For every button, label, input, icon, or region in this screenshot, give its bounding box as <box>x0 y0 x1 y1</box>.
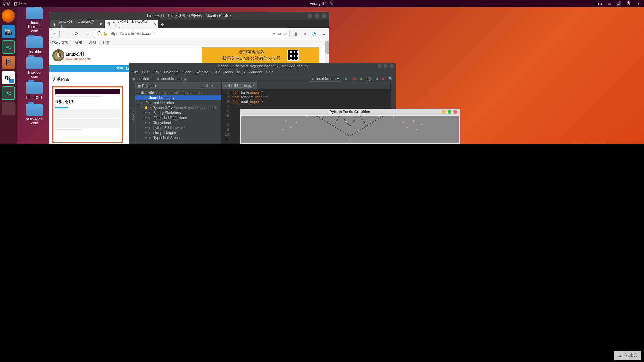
desktop-folder[interactable]: Linux公社 <box>23 82 46 100</box>
turtle-titlebar[interactable]: Python Turtle Graphics <box>240 109 460 115</box>
launcher-screenshot[interactable]: 📷 <box>2 25 15 38</box>
minimize-button[interactable] <box>378 64 382 68</box>
desktop-folder[interactable]: linux. linuxidc. com <box>23 7 46 33</box>
site-logo[interactable]: Linux公社 www.Linuxidc.com <box>52 49 91 61</box>
reader-icon[interactable]: ▭ <box>277 31 281 36</box>
headline-thumb[interactable]: 世界，您好! <box>52 86 123 143</box>
launcher-files[interactable]: 🗄 <box>2 56 15 69</box>
account-icon[interactable]: ◔ <box>311 31 318 36</box>
firefox-title-text: Linux公社 - Linux系统门户网站 - Mozilla Firefox <box>147 13 231 19</box>
network-icon[interactable]: ▭ <box>607 1 612 6</box>
menu-help[interactable]: Help <box>266 70 273 74</box>
debug-button[interactable]: 🐞 <box>352 77 356 81</box>
clock[interactable]: Friday 07：15 <box>309 1 334 7</box>
menu-button[interactable]: ≡ <box>320 31 327 36</box>
desktop-folder[interactable]: linuxidc <box>23 36 46 54</box>
tree-node[interactable]: ▶⫿site-packages <box>135 130 221 135</box>
info-icon[interactable]: ⓘ <box>97 31 101 36</box>
home-button[interactable]: ⌂ <box>83 29 92 38</box>
reload-button[interactable]: ⟳ <box>72 29 81 38</box>
run-config-selector[interactable]: ◆linuxidc.com ▾ <box>309 76 341 82</box>
page-actions-icon[interactable]: ⋯ <box>271 31 275 36</box>
tree-node-python[interactable]: ▼⬢< Python 3.7 > /home/linuxidc/anaconda… <box>135 105 221 110</box>
wechat-banner[interactable]: 发现更多精彩 扫码关注Linux公社微信公众号 <box>202 47 319 63</box>
desktop-folder[interactable]: linuxidc. com <box>23 57 46 78</box>
editor-tab[interactable]: ◆linuxidc.com.py × <box>222 82 257 89</box>
pycharm-titlebar[interactable]: untitled [~/PycharmProjects/untitled] - … <box>129 63 396 69</box>
tree-node-ext[interactable]: ▼⫿External Libraries <box>135 100 221 105</box>
menu-edit[interactable]: Edit <box>142 70 148 74</box>
tree-node[interactable]: ▶⫿lib-dynload <box>135 120 221 125</box>
firefox-titlebar[interactable]: Linux公社 - Linux系统门户网站 - Mozilla Firefox <box>49 12 329 20</box>
tree-node-root[interactable]: ▼▣untitled ~/PycharmProjects/untitled <box>135 90 221 95</box>
scrollbar-thumb[interactable] <box>325 41 329 54</box>
menu-file[interactable]: File <box>132 70 138 74</box>
activities-button[interactable]: 活动 <box>3 1 11 7</box>
menu-navigate[interactable]: Navigate <box>164 70 178 74</box>
maximize-button[interactable] <box>384 64 388 68</box>
minimize-button[interactable] <box>442 110 446 114</box>
menu-tools[interactable]: Tools <box>224 70 233 74</box>
hide-icon[interactable]: — <box>216 84 219 88</box>
project-label[interactable]: Project <box>142 84 153 88</box>
maximize-button[interactable] <box>448 110 451 114</box>
crumb-file[interactable]: linuxidc.com.py <box>161 77 186 81</box>
menu-refactor[interactable]: Refactor <box>196 70 210 74</box>
close-button[interactable] <box>390 64 394 68</box>
run-button[interactable]: ▶ <box>344 77 349 81</box>
tab-close-icon[interactable]: × <box>253 84 255 88</box>
tree-node[interactable]: ▶⫿python3.7 library root <box>135 125 221 130</box>
close-button[interactable] <box>453 110 457 114</box>
register-link[interactable]: 注册 <box>89 40 96 45</box>
browser-tab-active[interactable]: 🐧 Linux公社 - Linux系统门…× <box>105 20 158 28</box>
new-tab-button[interactable]: + <box>159 22 166 28</box>
tab-close-icon[interactable]: × <box>154 22 156 26</box>
back-button[interactable]: ← <box>51 29 60 38</box>
url-bar[interactable]: ⓘ 🔒 https://www.linuxidc.com ⋯ ▭ ☆ <box>94 29 290 38</box>
menu-run[interactable]: Run <box>214 70 220 74</box>
tree-node[interactable]: ▶⫿Binary Skeletons <box>135 110 221 115</box>
stop-button[interactable]: ■ <box>381 77 386 81</box>
search-link[interactable]: 搜索 <box>103 40 110 45</box>
menu-window[interactable]: Window <box>249 70 262 74</box>
run-coverage-button[interactable]: ▶ <box>359 77 364 81</box>
search-icon[interactable]: 🔍 <box>388 77 393 81</box>
bookmark-star-icon[interactable]: ☆ <box>283 31 287 36</box>
crumb-project[interactable]: untitled <box>137 77 149 81</box>
pycharm-title-text: untitled [~/PycharmProjects/untitled] - … <box>217 64 308 68</box>
collapse-icon[interactable]: ⇵ <box>205 84 208 88</box>
app-menu[interactable]: ◧ Tk ▾ <box>13 1 26 6</box>
volume-icon[interactable]: 🔊 <box>616 1 621 6</box>
minimize-button[interactable] <box>307 13 312 18</box>
tree-node[interactable]: ▶⫿Typeshed Stubs <box>135 135 221 140</box>
power-icon[interactable]: ⏻ <box>626 1 631 6</box>
launcher-software[interactable]: 🛍 <box>2 71 15 84</box>
launcher-pycharm-2[interactable]: PC <box>2 86 15 100</box>
attach-button[interactable]: ⇥ <box>374 77 378 81</box>
gear-icon[interactable]: ⚙ <box>210 84 214 88</box>
tree-node[interactable]: ▶⫿Extended Definitions <box>135 115 221 120</box>
nav-home[interactable]: 首页 <box>116 66 123 71</box>
maximize-button[interactable] <box>315 13 319 18</box>
tab-close-icon[interactable]: × <box>100 22 102 26</box>
library-icon[interactable]: ⫼ <box>292 31 299 36</box>
profile-button[interactable]: ◯ <box>366 77 371 81</box>
forward-button[interactable]: → <box>62 29 70 38</box>
close-button[interactable] <box>322 13 327 18</box>
left-gutter[interactable]: 1: Project <box>129 82 135 144</box>
browser-tab[interactable]: 🐧 Linux公社 - Linux系统门…× <box>50 20 104 28</box>
launcher-pycharm[interactable]: PC <box>2 40 15 54</box>
login-link[interactable]: 登录 <box>75 40 83 45</box>
menu-vcs[interactable]: VCS <box>237 70 245 74</box>
input-method[interactable]: zh ▾ <box>595 1 602 6</box>
desktop-folder[interactable]: m.linuxidc. com <box>23 104 46 125</box>
system-menu-caret[interactable]: ▾ <box>636 2 641 5</box>
target-icon[interactable]: ⊕ <box>200 84 203 88</box>
greeting-text: 你好，游客 <box>50 40 69 45</box>
launcher-firefox[interactable] <box>2 9 15 23</box>
menu-view[interactable]: View <box>152 70 160 74</box>
tree-node-file-selected[interactable]: ◆linuxidc.com.py <box>135 95 221 100</box>
menu-code[interactable]: Code <box>183 70 192 74</box>
launcher-terminal[interactable] <box>2 102 15 115</box>
sidebar-icon[interactable]: ▫ <box>301 31 309 36</box>
